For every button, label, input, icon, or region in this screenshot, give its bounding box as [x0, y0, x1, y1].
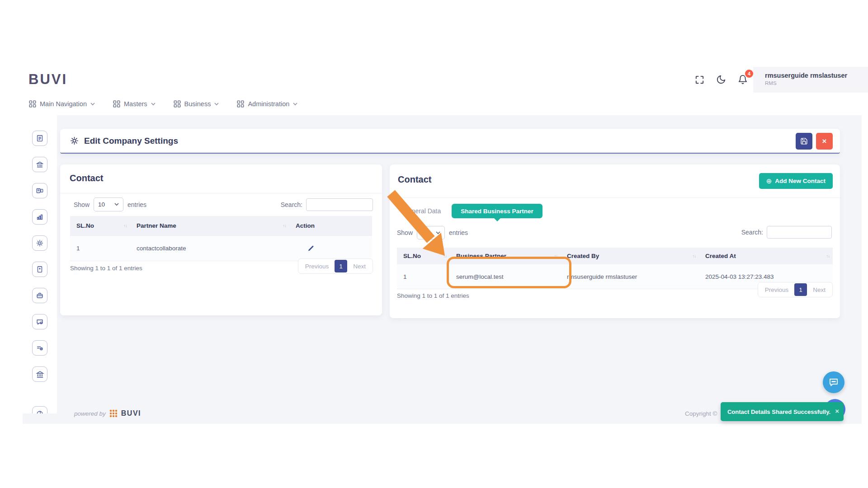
sort-icon: ↑↓	[554, 253, 558, 258]
chevron-down-icon	[436, 231, 440, 235]
page-size-select[interactable]	[417, 226, 445, 239]
nav-label: Administration	[248, 100, 289, 108]
table-row: 1 contactcollaborate	[70, 235, 372, 261]
column-header-partner-name[interactable]: Partner Name ↑↓	[130, 216, 289, 235]
user-menu[interactable]: rmsuserguide rmslastuser RMS	[753, 67, 868, 93]
document-icon	[36, 134, 44, 142]
edit-company-settings-card: Edit Company Settings ×	[60, 129, 840, 154]
tab-general-data[interactable]: General Data	[403, 207, 441, 215]
sidebar-item-globe[interactable]	[32, 406, 47, 413]
footer-powered-by: powered by BUVI	[74, 409, 141, 418]
previous-page-button[interactable]: Previous	[299, 263, 335, 270]
table-header-row: SL.No ↑↓ Business Partner ↑↓ Created By …	[397, 248, 833, 264]
sidebar-item-reports[interactable]	[32, 209, 47, 225]
search-input[interactable]	[767, 226, 832, 239]
plus-circle-icon: ⊕	[766, 177, 772, 185]
dark-mode-moon-icon[interactable]	[715, 74, 727, 85]
copyright-text: Copyright ©	[685, 410, 717, 417]
briefcase-icon	[36, 291, 44, 300]
chat-button[interactable]	[823, 371, 844, 393]
contact-partners-card: Contact Show 10 entries Search: SL.No ↑↓…	[60, 164, 382, 315]
column-header-slno[interactable]: SL.No ↑↓	[397, 248, 450, 264]
add-new-contact-button[interactable]: ⊕ Add New Contact	[759, 173, 833, 189]
nav-label: Main Navigation	[40, 100, 87, 108]
sidebar-item-news[interactable]	[32, 183, 47, 198]
next-page-button[interactable]: Next	[347, 263, 372, 270]
nav-label: Masters	[124, 100, 147, 108]
search-label: Search:	[741, 229, 763, 236]
table-info: Showing 1 to 1 of 1 entries	[70, 265, 142, 272]
tab-shared-business-partner[interactable]: Shared Business Partner	[452, 204, 542, 218]
table-header-row: SL.No ↑↓ Partner Name ↑↓ Action	[70, 216, 372, 235]
nav-business[interactable]: Business	[174, 100, 219, 108]
nav-label: Business	[184, 100, 211, 108]
page-size-select[interactable]: 10	[94, 197, 123, 211]
entries-label: entries	[127, 201, 146, 208]
sort-icon: ↑↓	[283, 223, 287, 228]
fullscreen-icon[interactable]	[693, 74, 705, 85]
chevron-down-icon	[90, 103, 95, 106]
sidebar-item-document[interactable]	[32, 131, 47, 146]
page-1-button[interactable]: 1	[335, 260, 347, 272]
close-button[interactable]: ×	[816, 133, 833, 150]
chevron-down-icon	[293, 103, 297, 106]
column-header-action: Action	[289, 216, 372, 235]
cell-created-by: rmsuserguide rmslastuser	[561, 264, 699, 289]
chat-bubble-icon	[828, 377, 839, 388]
gear-icon	[36, 239, 44, 247]
column-header-created-at[interactable]: Created At ↑↓	[699, 248, 833, 264]
news-cards-icon	[36, 187, 44, 195]
app-logo: BUVI	[28, 71, 67, 88]
calculator-icon	[36, 265, 44, 273]
nav-administration[interactable]: Administration	[237, 100, 297, 108]
icon-sidebar	[23, 115, 57, 413]
sidebar-item-list-settings[interactable]	[32, 340, 47, 356]
page-1-button[interactable]: 1	[794, 283, 807, 296]
column-header-business-partner[interactable]: Business Partner ↑↓	[450, 248, 561, 264]
entries-label: entries	[449, 229, 468, 236]
gear-icon	[70, 136, 79, 145]
nav-masters[interactable]: Masters	[113, 100, 156, 108]
tab-bar: General Data Shared Business Partner	[403, 204, 542, 218]
sort-icon: ↑↓	[826, 253, 830, 258]
save-button[interactable]	[796, 133, 812, 150]
chevron-down-icon	[151, 103, 156, 106]
edit-row-button[interactable]	[289, 236, 372, 261]
show-label: Show	[74, 201, 90, 208]
table-info: Showing 1 to 1 of 1 entries	[397, 292, 469, 299]
grid-icon	[237, 100, 244, 108]
pagination: Previous 1 Next	[758, 282, 833, 297]
nav-main-navigation[interactable]: Main Navigation	[29, 100, 95, 108]
sort-icon: ↑↓	[124, 223, 127, 228]
footer-brand: BUVI	[121, 409, 141, 418]
notification-badge: 4	[744, 69, 754, 79]
sidebar-item-bank[interactable]	[32, 157, 47, 172]
sidebar-item-chat-settings[interactable]	[32, 314, 47, 329]
sort-icon: ↑↓	[443, 253, 447, 258]
sidebar-item-institution[interactable]	[32, 366, 47, 382]
sidebar-item-calculator[interactable]	[32, 262, 47, 277]
contact-shared-card: Contact ⊕ Add New Contact General Data S…	[390, 164, 840, 318]
show-label: Show	[397, 229, 413, 236]
chevron-down-icon	[214, 103, 219, 106]
page-title: Edit Company Settings	[84, 136, 178, 146]
grid-icon	[113, 100, 120, 108]
cell-slno: 1	[397, 264, 450, 289]
list-gear-icon	[36, 344, 44, 352]
cell-slno: 1	[70, 236, 130, 261]
column-header-created-by[interactable]: Created By ↑↓	[561, 248, 699, 264]
card-title: Contact	[70, 173, 103, 183]
previous-page-button[interactable]: Previous	[759, 286, 795, 293]
partners-table: SL.No ↑↓ Partner Name ↑↓ Action 1 contac…	[70, 216, 372, 261]
notifications-bell-icon[interactable]: 4	[737, 74, 749, 85]
sort-icon: ↑↓	[693, 253, 696, 258]
close-icon: ×	[822, 137, 827, 146]
pencil-icon	[307, 245, 315, 252]
sidebar-item-briefcase[interactable]	[32, 288, 47, 303]
toast-close-icon[interactable]: ×	[835, 408, 839, 414]
column-header-slno[interactable]: SL.No ↑↓	[70, 216, 130, 235]
next-page-button[interactable]: Next	[807, 286, 831, 293]
sidebar-item-settings[interactable]	[32, 235, 47, 251]
divider	[60, 193, 382, 193]
search-input[interactable]	[306, 198, 373, 211]
